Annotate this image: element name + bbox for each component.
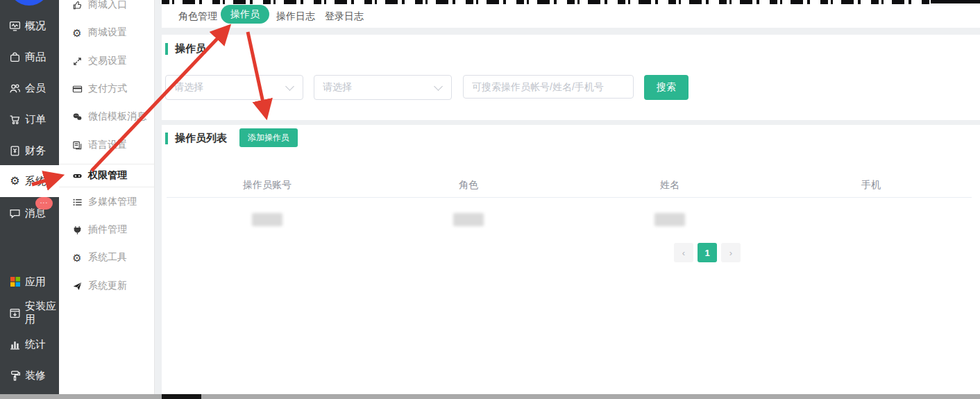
table-header-phone: 手机 [770, 177, 972, 197]
paint-roller-icon [9, 370, 21, 382]
tab-login-log[interactable]: 登录日志 [325, 9, 364, 23]
send-icon [71, 280, 83, 291]
table-header-name: 姓名 [569, 177, 770, 197]
submenu-item-label: 多媒体管理 [88, 196, 137, 208]
submenu-item-label: 权限管理 [88, 169, 127, 182]
role-select[interactable]: 请选择 [165, 75, 303, 100]
chevron-down-icon [285, 82, 294, 91]
sidebar-item-overview[interactable]: 概况 [0, 15, 59, 36]
sidebar-item-label: 订单 [25, 113, 46, 126]
logo-avatar [8, 0, 50, 6]
wechat-icon [71, 111, 83, 122]
cell-role-redacted [368, 207, 569, 232]
sidebar-item-label: 概况 [25, 19, 46, 33]
sidebar-item-label: 安装应用 [25, 300, 59, 326]
submenu-item-label: 系统工具 [88, 251, 127, 264]
sidebar-item-label: 商品 [25, 51, 46, 64]
submenu-item-system-tools[interactable]: ⚙ 系统工具 [59, 248, 154, 267]
table-header-role: 角色 [368, 177, 569, 197]
submenu-item-label: 系统更新 [88, 280, 127, 292]
submenu-item-permission-management[interactable]: 权限管理 [59, 164, 154, 187]
submenu-item-system-update[interactable]: 系统更新 [59, 276, 154, 296]
submenu-item-label: 微信模板消息 [88, 110, 146, 123]
monitor-icon [9, 20, 21, 32]
sidebar-item-label: 财务 [25, 144, 46, 158]
sidebar-item-orders[interactable]: 订单 [0, 109, 59, 130]
sidebar-item-apps[interactable]: 应用 [0, 271, 59, 292]
title-accent-bar [165, 43, 168, 55]
tab-role-management[interactable]: 角色管理 [178, 9, 217, 23]
submenu-item-language-settings[interactable]: 语言设置 [59, 135, 154, 155]
plugin-icon [71, 224, 83, 235]
tab-operator[interactable]: 操作员 [221, 5, 269, 24]
submenu-item-label: 商城入口 [88, 0, 127, 11]
pagination-next-button[interactable]: › [721, 243, 741, 262]
stats-icon [9, 339, 21, 350]
submenu-item-trade-settings[interactable]: 交易设置 [59, 51, 154, 71]
submenu-item-label: 商城设置 [88, 26, 127, 39]
permission-tabbar: 角色管理 操作员 操作日志 登录日志 [162, 4, 980, 28]
pagination-prev-button[interactable]: ‹ [674, 243, 693, 262]
sidebar-item-statistics[interactable]: 统计 [0, 334, 59, 355]
submenu-item-media-management[interactable]: 多媒体管理 [59, 192, 154, 212]
panel-title-text: 操作员 [175, 42, 206, 56]
status-select[interactable]: 请选择 [314, 75, 452, 100]
panel-title: 操作员列表 [165, 132, 227, 145]
sidebar-item-label: 统计 [25, 338, 46, 351]
operator-search-panel: 操作员 请选择 请选择 搜索 [162, 35, 980, 120]
submenu-item-label: 插件管理 [88, 223, 127, 236]
cell-name-redacted [569, 207, 770, 232]
apps-icon [9, 276, 21, 288]
add-operator-button[interactable]: 添加操作员 [239, 128, 298, 147]
search-button[interactable]: 搜索 [644, 75, 688, 100]
sidebar-item-system[interactable]: ⚙ 系统 [0, 165, 59, 197]
message-count-badge: ... [35, 197, 53, 210]
submenu-item-plugin-management[interactable]: 插件管理 [59, 220, 154, 239]
submenu-item-label: 支付方式 [88, 83, 127, 95]
pagination-page-1[interactable]: 1 [698, 243, 717, 262]
scrollbar-thumb[interactable] [162, 394, 201, 399]
message-icon [9, 207, 21, 219]
sidebar-item-goods[interactable]: 商品 [0, 46, 59, 67]
gear-icon: ⚙ [71, 27, 83, 38]
mask-icon [71, 170, 83, 181]
pagination: ‹ 1 › [674, 243, 745, 262]
sidebar-item-finance[interactable]: 财务 [0, 140, 59, 161]
goods-icon [9, 51, 21, 63]
table-row [167, 207, 972, 232]
gear-icon: ⚙ [71, 252, 83, 263]
system-submenu: 商城入口 ⚙ 商城设置 交易设置 支付方式 微信模板消息 [59, 0, 155, 394]
credit-card-icon [71, 83, 83, 94]
sidebar-item-label: 系统 [25, 175, 46, 188]
tab-operation-log[interactable]: 操作日志 [276, 9, 315, 23]
search-input[interactable] [463, 75, 634, 99]
submenu-item-label: 交易设置 [88, 55, 127, 67]
primary-sidebar: 概况 商品 会员 订单 财务 [0, 0, 59, 394]
sidebar-item-install-apps[interactable]: 安装应用 [0, 303, 59, 323]
cell-phone-empty [770, 207, 972, 232]
table-header-row: 操作员账号 角色 姓名 手机 [167, 177, 972, 198]
title-accent-bar [165, 133, 168, 144]
submenu-item-payment-methods[interactable]: 支付方式 [59, 79, 154, 99]
sidebar-item-label: 装修 [25, 369, 46, 382]
media-list-icon [71, 196, 83, 207]
sidebar-item-members[interactable]: 会员 [0, 78, 59, 99]
install-icon [9, 307, 21, 319]
chevron-down-icon [434, 82, 443, 91]
cell-account-redacted [167, 207, 368, 232]
submenu-item-mall-entrance[interactable]: 商城入口 [59, 0, 154, 15]
swap-arrows-icon [71, 56, 83, 67]
table-header-account: 操作员账号 [167, 177, 368, 197]
horizontal-scrollbar [0, 394, 980, 399]
language-icon [71, 139, 83, 151]
hand-icon [71, 0, 83, 10]
sidebar-item-decorate[interactable]: 装修 [0, 365, 59, 386]
select-placeholder: 请选择 [323, 81, 435, 94]
sidebar-item-label: 会员 [25, 82, 46, 95]
submenu-item-label: 语言设置 [88, 139, 127, 151]
cart-icon [9, 114, 21, 126]
select-placeholder: 请选择 [174, 81, 287, 94]
panel-title: 操作员 [165, 42, 206, 56]
submenu-item-wechat-template[interactable]: 微信模板消息 [59, 107, 154, 126]
submenu-item-mall-settings[interactable]: ⚙ 商城设置 [59, 23, 154, 42]
